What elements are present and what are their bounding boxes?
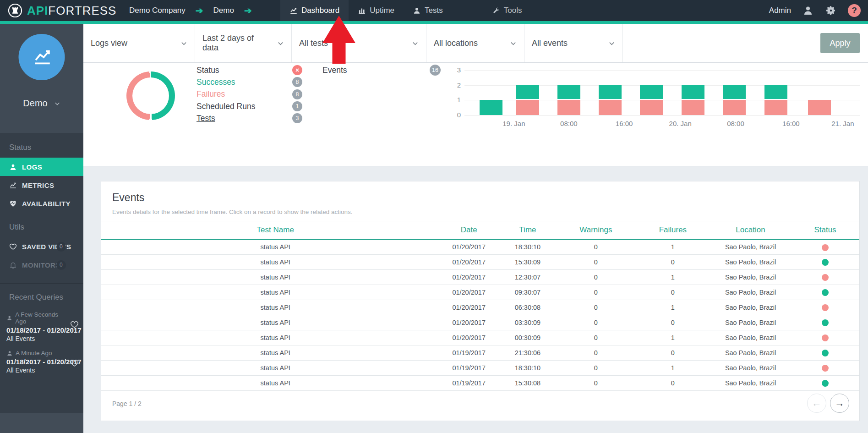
y-tick-label: 3	[457, 66, 461, 74]
x-tick-label: 21. Jan	[831, 120, 854, 127]
events-label: Events	[322, 66, 347, 75]
project-selector[interactable]: Demo	[0, 98, 83, 109]
section-utils: Utils	[0, 223, 83, 232]
col-warnings[interactable]: Warnings	[556, 221, 636, 240]
heart-pulse-icon	[9, 200, 17, 208]
view-dropdown[interactable]: Logs view	[83, 24, 195, 62]
breadcrumb-project[interactable]: Demo	[213, 6, 234, 15]
project-avatar[interactable]	[19, 34, 65, 80]
user-menu-button[interactable]	[802, 5, 814, 16]
project-block: Demo	[0, 24, 83, 133]
bar-segment-successes	[640, 85, 663, 100]
breadcrumb-company[interactable]: Demo Company	[129, 6, 186, 15]
table-row[interactable]: status API01/20/201712:30:0701Sao Paolo,…	[101, 270, 859, 285]
breadcrumb-arrow-icon: ➔	[196, 5, 203, 16]
table-row[interactable]: status API01/20/201709:30:0700Sao Paolo,…	[101, 285, 859, 300]
status-dot	[822, 334, 829, 341]
sidebar-item-label: METRICS	[22, 181, 54, 189]
query-age: A Minute Ago	[6, 350, 68, 356]
bar-segment-failures	[764, 100, 787, 115]
count-badge: 8	[292, 89, 302, 99]
topbar-right: Admin ?	[769, 4, 868, 17]
recent-query-item[interactable]: A Few Seconds Ago 01/18/2017 - 01/20/201…	[0, 308, 83, 347]
table-row[interactable]: status API01/19/201718:30:1001Sao Paolo,…	[101, 361, 859, 376]
chevron-down-icon	[412, 40, 419, 47]
status-dot	[822, 274, 829, 281]
table-row[interactable]: status API01/19/201721:30:0600Sao Paolo,…	[101, 345, 859, 361]
card-subtitle: Events details for the selected time fra…	[101, 204, 859, 221]
events-table: Test Name Date Time Warnings Failures Lo…	[101, 221, 859, 391]
breadcrumb: Demo Company ➔ Demo ➔	[129, 5, 280, 16]
tab-uptime[interactable]: Uptime	[349, 0, 404, 21]
sidebar-item-availability[interactable]: AVAILABILITY	[0, 194, 83, 213]
heart-icon	[70, 320, 79, 329]
table-row[interactable]: status API01/20/201718:30:1001Sao Paolo,…	[101, 240, 859, 255]
events-bar-chart: 3210 19. Jan08:0016:0020. Jan08:0016:002…	[451, 63, 868, 166]
card-footer: Page 1 / 2 ← →	[101, 386, 859, 421]
recent-query-item[interactable]: A Minute Ago 01/18/2017 - 01/20/2017 All…	[0, 347, 83, 378]
favorite-query-button[interactable]	[70, 320, 79, 329]
heart-icon	[9, 243, 17, 251]
page-indicator: Page 1 / 2	[112, 400, 142, 407]
app-window: APIFORTRESS Demo Company ➔ Demo ➔ Dashbo…	[0, 0, 868, 433]
favorite-query-button[interactable]	[70, 359, 79, 367]
summary-panel: Status × Successes 8 Failures 8 Schedule…	[83, 63, 868, 166]
stat-scheduled-runs: Scheduled Runs 1	[197, 100, 302, 112]
count-badge: 3	[292, 113, 302, 123]
x-tick-label: 20. Jan	[669, 120, 692, 127]
tab-tests[interactable]: Tests	[404, 0, 452, 21]
settings-button[interactable]	[825, 5, 837, 16]
x-tick-label: 16:00	[782, 120, 800, 127]
col-test-name[interactable]: Test Name	[101, 221, 438, 240]
col-failures[interactable]: Failures	[636, 221, 710, 240]
next-page-button[interactable]: →	[830, 394, 849, 413]
main-content: Logs view Last 2 days of data All tests …	[83, 24, 868, 433]
sidebar-item-saved-views[interactable]: SAVED VIEWS 0	[0, 237, 83, 256]
sidebar-item-monitors[interactable]: MONITORS 0	[0, 256, 83, 274]
x-tick-label: 19. Jan	[502, 120, 525, 127]
status-dot	[822, 319, 829, 326]
x-tick-label: 16:00	[616, 120, 633, 127]
sidebar-item-metrics[interactable]: METRICS	[0, 176, 83, 194]
date-range-dropdown[interactable]: Last 2 days of data	[195, 24, 292, 62]
table-row[interactable]: status API01/20/201715:30:0900Sao Paolo,…	[101, 255, 859, 270]
bar-segment-successes	[516, 85, 539, 100]
arrow-left-icon: ←	[812, 398, 822, 409]
sidebar-item-label: LOGS	[22, 163, 42, 171]
col-time[interactable]: Time	[499, 221, 556, 240]
query-age: A Few Seconds Ago	[6, 311, 68, 325]
col-location[interactable]: Location	[710, 221, 791, 240]
table-row[interactable]: status API01/20/201703:30:0900Sao Paolo,…	[101, 315, 859, 330]
stat-successes: Successes 8	[197, 76, 302, 88]
saved-views-count-badge: 0	[56, 242, 66, 252]
sidebar-item-label: MONITORS	[22, 261, 60, 269]
sidebar-footer	[0, 413, 83, 433]
query-range: 01/18/2017 - 01/20/2017	[6, 326, 68, 334]
table-row[interactable]: status API01/20/201700:30:0901Sao Paolo,…	[101, 330, 859, 345]
col-status[interactable]: Status	[791, 221, 859, 240]
user-icon	[802, 5, 813, 16]
apply-button[interactable]: Apply	[820, 33, 860, 53]
divider	[0, 283, 83, 284]
chevron-down-icon	[180, 40, 187, 47]
col-date[interactable]: Date	[438, 221, 499, 240]
bar-segment-successes	[557, 85, 580, 100]
section-status: Status	[0, 143, 83, 152]
chart-y-axis: 3210	[451, 70, 464, 115]
previous-page-button[interactable]: ←	[807, 394, 826, 413]
chart-x-axis: 19. Jan08:0016:0020. Jan08:0016:0021. Ja…	[464, 120, 860, 130]
sidebar-item-label: AVAILABILITY	[22, 200, 71, 208]
events-count-box: Events 16	[313, 63, 451, 166]
tab-label: Tests	[425, 6, 443, 15]
table-row[interactable]: status API01/20/201706:30:0801Sao Paolo,…	[101, 300, 859, 315]
sidebar-item-logs[interactable]: LOGS	[0, 158, 83, 176]
logo[interactable]: APIFORTRESS	[0, 3, 129, 18]
locations-dropdown[interactable]: All locations	[426, 24, 524, 62]
accent-strip	[0, 21, 868, 24]
tests-dropdown[interactable]: All tests	[292, 24, 426, 62]
tools-menu[interactable]: Tools	[492, 6, 522, 15]
help-button[interactable]: ?	[848, 4, 861, 17]
user-icon	[6, 350, 13, 356]
events-dropdown[interactable]: All events	[524, 24, 623, 62]
bar-segment-failures	[516, 100, 539, 115]
